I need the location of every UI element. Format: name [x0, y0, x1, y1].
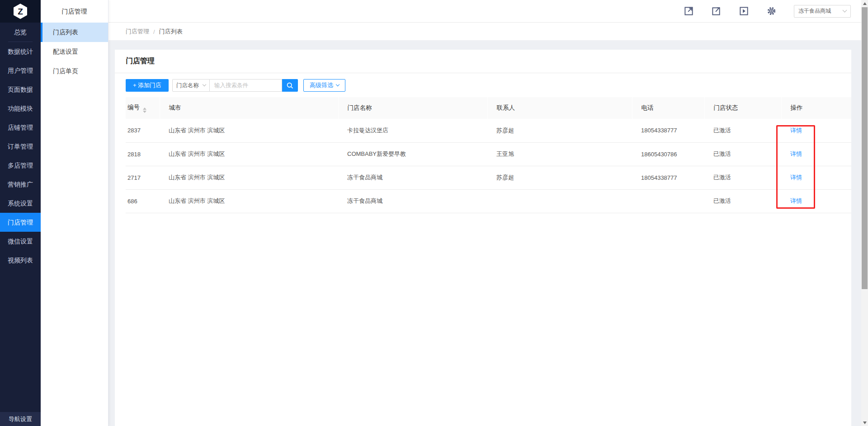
- video-play-icon[interactable]: [739, 6, 749, 16]
- sidebar-item-marketing[interactable]: 营销推广: [0, 175, 41, 194]
- primary-sidebar: Z 总览 数据统计 用户管理 页面数据 功能模块 店铺管理 订单管理 多店管理 …: [0, 0, 41, 426]
- vertical-scrollbar[interactable]: [861, 0, 868, 426]
- details-link[interactable]: 详情: [790, 174, 802, 181]
- search-field-value: 门店名称: [176, 82, 199, 89]
- chevron-down-icon: [843, 8, 847, 13]
- cell-contact: [487, 189, 632, 213]
- cell-contact: 王亚旭: [487, 142, 632, 166]
- details-link[interactable]: 详情: [790, 127, 802, 134]
- app-window: Z 总览 数据统计 用户管理 页面数据 功能模块 店铺管理 订单管理 多店管理 …: [0, 0, 868, 426]
- column-header-phone: 电话: [632, 97, 704, 119]
- secondary-sidebar-title: 门店管理: [41, 0, 108, 23]
- store-switcher-select[interactable]: 冻干食品商城: [794, 5, 851, 18]
- sidebar-footer-nav-settings[interactable]: 导航设置: [0, 412, 41, 426]
- details-link[interactable]: 详情: [790, 150, 802, 157]
- column-header-city: 城市: [160, 97, 338, 119]
- sidebar-item-order-mgmt[interactable]: 订单管理: [0, 137, 41, 156]
- settings-gear-icon[interactable]: [766, 6, 777, 16]
- sort-icon[interactable]: [143, 108, 146, 113]
- cell-actions: 详情: [781, 119, 851, 142]
- sidebar-item-video-list[interactable]: 视频列表: [0, 251, 41, 270]
- details-link[interactable]: 详情: [790, 197, 802, 204]
- stores-table: 编号 城市 门店名称 联系人 电话 门店状态 操作 2837: [126, 97, 851, 213]
- table-header: 编号 城市 门店名称 联系人 电话 门店状态 操作: [126, 97, 851, 119]
- cell-store-name: COMBABY新爱婴早教: [338, 142, 487, 166]
- card-body: + 添加门店 门店名称: [115, 73, 851, 213]
- cell-id: 2818: [126, 142, 160, 166]
- secondary-sidebar: 门店管理 门店列表 配送设置 门店单页: [41, 0, 108, 426]
- table-row: 2717 山东省 滨州市 滨城区 冻干食品商城 苏彦超 18054338777 …: [126, 166, 851, 189]
- search-button[interactable]: [282, 79, 298, 92]
- sidebar-item-system-settings[interactable]: 系统设置: [0, 194, 41, 213]
- scrollbar-up-arrow[interactable]: [861, 0, 868, 7]
- svg-text:Z: Z: [18, 7, 23, 16]
- open-in-new-icon[interactable]: [684, 6, 694, 16]
- edit-square-icon[interactable]: [711, 6, 722, 16]
- app-logo[interactable]: Z: [0, 0, 41, 23]
- cell-contact: 苏彦超: [487, 166, 632, 189]
- page-title: 门店管理: [126, 56, 155, 66]
- breadcrumb-item-store-list: 门店列表: [159, 28, 183, 36]
- cell-store-name: 冻干食品商城: [338, 166, 487, 189]
- breadcrumb-item-store-mgmt[interactable]: 门店管理: [126, 28, 149, 36]
- sidebar-item-user-mgmt[interactable]: 用户管理: [0, 61, 41, 80]
- sidebar-item-overview[interactable]: 总览: [0, 23, 41, 42]
- column-header-actions: 操作: [781, 97, 851, 119]
- advanced-filter-label: 高级筛选: [310, 81, 333, 89]
- table-body: 2837 山东省 滨州市 滨城区 卡拉曼达汉堡店 苏彦超 18054338777…: [126, 119, 851, 213]
- cell-store-name: 冻干食品商城: [338, 189, 487, 213]
- sidebar-item-multistore-mgmt[interactable]: 多店管理: [0, 156, 41, 175]
- table-toolbar: + 添加门店 门店名称: [126, 79, 851, 92]
- column-header-store-name: 门店名称: [338, 97, 487, 119]
- table-row: 2837 山东省 滨州市 滨城区 卡拉曼达汉堡店 苏彦超 18054338777…: [126, 119, 851, 142]
- sidebar-item-wechat-settings[interactable]: 微信设置: [0, 232, 41, 251]
- cell-id: 686: [126, 189, 160, 213]
- search-field-select[interactable]: 门店名称: [172, 79, 210, 92]
- cell-actions: 详情: [781, 166, 851, 189]
- column-header-status: 门店状态: [704, 97, 781, 119]
- cell-actions: 详情: [781, 189, 851, 213]
- card-header: 门店管理: [115, 50, 851, 73]
- cell-city: 山东省 滨州市 滨城区: [160, 166, 338, 189]
- store-switcher-value: 冻干食品商城: [798, 7, 831, 15]
- cell-city: 山东省 滨州市 滨城区: [160, 189, 338, 213]
- cell-phone: 18054338777: [632, 166, 704, 189]
- cell-status: 已激活: [704, 166, 781, 189]
- column-header-id-label: 编号: [127, 104, 140, 111]
- sidebar-item-feature-modules[interactable]: 功能模块: [0, 99, 41, 118]
- breadcrumb-separator: /: [153, 28, 155, 35]
- sidebar-item-store-mgmt[interactable]: 门店管理: [0, 213, 41, 232]
- cell-id: 2717: [126, 166, 160, 189]
- primary-nav: 总览 数据统计 用户管理 页面数据 功能模块 店铺管理 订单管理 多店管理 营销…: [0, 23, 41, 270]
- submenu-item-store-page[interactable]: 门店单页: [41, 61, 108, 81]
- chevron-down-icon: [336, 83, 340, 86]
- scrollbar-thumb[interactable]: [862, 7, 868, 289]
- submenu-item-delivery-settings[interactable]: 配送设置: [41, 42, 108, 61]
- submenu-item-store-list[interactable]: 门店列表: [41, 23, 108, 42]
- cell-phone: 18605430786: [632, 142, 704, 166]
- sidebar-item-page-data[interactable]: 页面数据: [0, 80, 41, 99]
- column-header-id: 编号: [126, 97, 160, 119]
- scrollbar-down-arrow[interactable]: [861, 419, 868, 426]
- sidebar-item-shop-mgmt[interactable]: 店铺管理: [0, 118, 41, 137]
- cell-actions: 详情: [781, 142, 851, 166]
- search-group: 门店名称: [172, 79, 298, 92]
- table-row: 2818 山东省 滨州市 滨城区 COMBABY新爱婴早教 王亚旭 186054…: [126, 142, 851, 166]
- cell-status: 已激活: [704, 189, 781, 213]
- cell-store-name: 卡拉曼达汉堡店: [338, 119, 487, 142]
- search-icon: [286, 82, 294, 89]
- add-store-button[interactable]: + 添加门店: [126, 79, 169, 92]
- cell-city: 山东省 滨州市 滨城区: [160, 119, 338, 142]
- cell-id: 2837: [126, 119, 160, 142]
- chevron-down-icon: [203, 83, 206, 86]
- search-input[interactable]: [210, 79, 282, 92]
- store-management-card: 门店管理 + 添加门店 门店名称: [115, 50, 851, 426]
- cell-phone: 18054338777: [632, 119, 704, 142]
- column-header-contact: 联系人: [487, 97, 632, 119]
- sidebar-item-data-stats[interactable]: 数据统计: [0, 42, 41, 61]
- advanced-filter-button[interactable]: 高级筛选: [303, 79, 345, 92]
- cell-phone: [632, 189, 704, 213]
- cell-city: 山东省 滨州市 滨城区: [160, 142, 338, 166]
- cell-contact: 苏彦超: [487, 119, 632, 142]
- main-content-area: 门店管理 + 添加门店 门店名称: [108, 40, 868, 426]
